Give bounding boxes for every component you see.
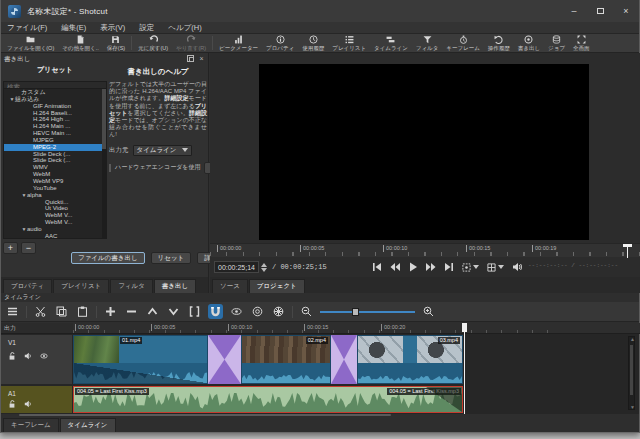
zoom-out-button[interactable] [299,304,314,319]
preset-item[interactable]: H.264 Baseli... [4,110,106,117]
transition-1[interactable] [208,335,241,384]
save-button[interactable]: 保存(S) [103,34,129,52]
audio-clip-selected[interactable]: 004.05 = Last First Kiss.mp3 004.05 = La… [73,386,463,413]
speaker-icon[interactable] [24,400,32,408]
undo-button[interactable]: 元に戻す(U) [134,34,172,52]
preset-item[interactable]: HEVC Main ... [4,130,106,137]
slider-handle[interactable] [352,308,359,316]
volume-button[interactable] [510,261,524,274]
preset-item[interactable]: GIF Animation [4,103,106,110]
ripple-button[interactable] [250,304,265,319]
unlock-icon[interactable] [8,352,16,360]
open-file-button[interactable]: ファイルを開く(O) [3,34,58,52]
tab-filters[interactable]: フィルタ [110,279,153,293]
timeline-ruler[interactable]: 00:00:00 00:00:05 00:00:10 00:00:15 00:0… [73,323,640,334]
split-button[interactable] [187,304,202,319]
fast-forward-button[interactable] [424,261,438,274]
tab-properties[interactable]: プロパティ [3,279,52,293]
timeline-button[interactable]: タイムライン [370,34,412,52]
zoom-fit-dropdown[interactable] [460,261,481,274]
preset-item[interactable]: WebM VP9 [4,178,106,185]
tab-project[interactable]: プロジェクト [249,279,305,293]
keyframes-button[interactable]: キーフレーム [442,34,484,52]
play-button[interactable] [406,261,420,274]
export-file-button[interactable]: ファイルの書き出し [71,252,145,264]
add-preset-button[interactable]: + [3,242,18,254]
menu-view[interactable]: 表示(V) [100,23,125,33]
timeline-vertical-scrollbar[interactable]: ▲ ▼ [628,336,635,410]
float-panel-icon[interactable] [187,55,194,62]
video-preview[interactable] [259,64,589,240]
zoom-in-button[interactable] [421,304,436,319]
jobs-button[interactable]: ジョブ [544,34,569,52]
preset-item[interactable]: Quickti... [4,199,106,206]
minimize-button[interactable]: – [561,0,587,22]
tab-keyframes[interactable]: キーフレーム [3,418,59,432]
presets-scrollbar[interactable] [102,89,106,238]
track-header-a1[interactable]: A1 [1,386,72,413]
skip-end-button[interactable] [442,261,456,274]
track-header-v1[interactable]: V1 [1,335,72,384]
speaker-icon[interactable] [24,352,32,360]
preset-group[interactable]: ▼audio [4,226,106,233]
history-button[interactable]: 操作履歴 [484,34,514,52]
rewind-button[interactable] [388,261,402,274]
append-button[interactable] [103,304,118,319]
spin-down-icon[interactable] [261,268,267,272]
filters-button[interactable]: フィルタ [412,34,443,52]
snap-toggle-button[interactable] [208,304,223,319]
preset-group[interactable]: ▼alpha [4,192,106,199]
fullscreen-button[interactable]: 全画面 [569,34,594,52]
export-button[interactable]: 書き出し [514,34,544,52]
playlist-button[interactable]: プレイリスト [328,34,370,52]
preset-item[interactable]: WebM [4,171,106,178]
skip-start-button[interactable] [370,261,384,274]
preset-item[interactable]: Ut Video [4,205,106,212]
preset-item[interactable]: カスタム [4,89,106,96]
peak-meter-button[interactable]: ピークメーター [215,34,262,52]
preset-item-selected[interactable]: MPEG-2 [4,144,106,151]
maximize-button[interactable] [587,0,613,22]
recent-button[interactable]: 使用履歴 [298,34,328,52]
preset-item[interactable]: YouTube [4,185,106,192]
tab-timeline[interactable]: タイムライン [60,418,116,432]
ripple-all-tracks-button[interactable] [271,304,286,319]
cut-button[interactable] [33,304,48,319]
paste-button[interactable] [75,304,90,319]
tab-playlist[interactable]: プレイリスト [53,279,109,293]
remove-preset-button[interactable]: − [21,242,36,254]
scrollbar-thumb[interactable] [630,345,633,395]
scroll-up-icon[interactable]: ▲ [630,337,634,341]
spin-up-icon[interactable] [261,263,267,267]
video-clip-01[interactable]: 01.mp4 [73,335,208,384]
reset-button[interactable]: リセット [151,252,192,264]
output-from-select[interactable]: タイムライン [133,145,193,156]
grid-dropdown[interactable] [485,261,506,274]
player-playhead[interactable] [623,244,632,258]
timeline-playhead[interactable] [464,323,465,414]
player-ruler[interactable]: 00:00:00 00:00:05 00:00:10 00:00:15 00:0… [210,243,640,257]
tab-source[interactable]: ソース [212,279,248,293]
hw-encoder-checkbox[interactable] [109,164,111,172]
ripple-delete-button[interactable] [124,304,139,319]
preset-item[interactable]: Slide Deck (... [4,151,106,158]
transition-2[interactable] [331,335,357,384]
current-timecode-field[interactable]: 00:00:25;14 [214,261,259,273]
close-panel-icon[interactable]: × [198,55,205,62]
preset-item[interactable]: MJPEG [4,137,106,144]
title-bar[interactable]: 名称未設定* - Shotcut – × [1,0,639,22]
lift-button[interactable] [145,304,160,319]
preset-item[interactable]: Slide Deck (... [4,157,106,164]
timeline-menu-button[interactable] [5,304,20,319]
preset-item[interactable]: H.264 High ... [4,116,106,123]
properties-button[interactable]: プロパティ [262,34,298,52]
timeline-tracks-area[interactable]: 00:00:00 00:00:05 00:00:10 00:00:15 00:0… [73,323,640,414]
master-track-header[interactable]: 出力 [1,323,73,334]
close-button[interactable]: × [613,0,639,22]
preset-item[interactable]: H.264 Main ... [4,123,106,130]
eye-icon[interactable] [40,352,48,360]
timecode-spinner[interactable] [261,263,267,272]
unlock-icon[interactable] [8,400,16,408]
menu-settings[interactable]: 設定 [139,23,154,33]
copy-button[interactable] [54,304,69,319]
